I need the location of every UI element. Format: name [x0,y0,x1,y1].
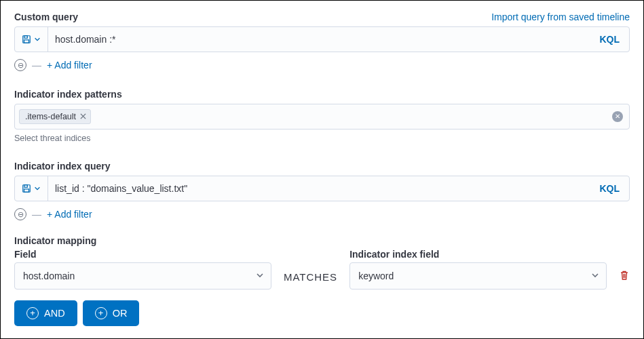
indicator-query-save-menu[interactable] [15,176,48,201]
pattern-tag-label: .items-default [25,112,76,121]
svg-rect-1 [24,36,27,39]
custom-query-header: Custom query Import query from saved tim… [14,12,630,22]
tag-remove-icon[interactable] [80,112,86,121]
filter-options-icon[interactable]: ⊖ [14,208,26,220]
indicator-query-filter-row: ⊖ — + Add filter [14,208,630,220]
save-icon [22,184,31,193]
add-filter-button[interactable]: + Add filter [47,60,92,71]
query-language-toggle[interactable]: KQL [590,27,629,52]
indicator-query-section: Indicator index query KQL ⊖ — + Add filt… [14,161,630,220]
and-button[interactable]: + AND [14,300,77,326]
field-sublabel: Field [14,249,271,260]
svg-rect-2 [24,40,29,43]
chevron-down-icon [34,185,41,192]
filter-dash: — [32,60,41,71]
custom-query-bar: KQL [14,26,630,52]
clear-patterns-button[interactable]: ✕ [612,111,623,122]
field-column: Field host.domain [14,249,271,290]
mapping-row: Field host.domain MATCHES Indicator inde… [14,249,630,290]
indicator-mapping-section: Indicator mapping Field host.domain MATC… [14,235,630,326]
indicator-query-input[interactable] [48,176,590,201]
add-filter-button[interactable]: + Add filter [47,209,92,220]
indicator-patterns-label: Indicator index patterns [14,89,630,100]
custom-query-filter-row: ⊖ — + Add filter [14,59,630,71]
svg-rect-7 [24,189,29,192]
trash-icon[interactable] [619,272,630,283]
indicator-field-value: keyword [358,271,394,281]
field-select[interactable]: host.domain [14,262,271,290]
indicator-field-select[interactable]: keyword [349,262,607,290]
indicator-query-bar: KQL [14,176,630,201]
pattern-tag: .items-default [19,109,91,124]
filter-dash: — [32,209,41,220]
matches-label: MATCHES [284,271,337,290]
or-button[interactable]: + OR [83,300,140,326]
indicator-query-language-toggle[interactable]: KQL [590,176,629,201]
logic-button-row: + AND + OR [14,300,630,326]
svg-rect-6 [24,185,27,188]
delete-mapping-col [619,270,630,290]
save-icon [22,35,31,44]
rule-definition-panel: Custom query Import query from saved tim… [0,0,644,339]
and-label: AND [44,308,65,319]
indicator-patterns-helper: Select threat indices [14,134,630,143]
chevron-down-icon [256,271,264,281]
indicator-field-column: Indicator index field keyword [349,249,607,290]
chevron-down-icon [591,271,599,281]
indicator-query-label: Indicator index query [14,161,630,172]
query-save-menu[interactable] [15,27,48,52]
close-icon: ✕ [615,113,620,120]
or-label: OR [113,308,128,319]
indicator-mapping-label: Indicator mapping [14,235,630,246]
chevron-down-icon [34,36,41,43]
import-timeline-link[interactable]: Import query from saved timeline [491,12,630,22]
field-value: host.domain [23,271,75,281]
custom-query-input[interactable] [48,27,590,52]
indicator-patterns-input[interactable]: .items-default [14,104,630,129]
indicator-field-sublabel: Indicator index field [349,249,607,260]
plus-circle-icon: + [26,307,39,319]
plus-circle-icon: + [95,307,107,319]
indicator-patterns-section: Indicator index patterns .items-default … [14,89,630,143]
custom-query-label: Custom query [14,12,78,22]
filter-options-icon[interactable]: ⊖ [14,59,26,71]
